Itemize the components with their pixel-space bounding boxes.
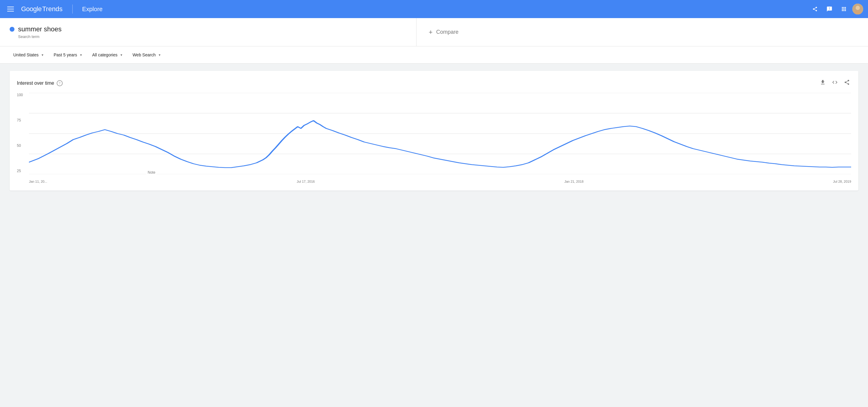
time-filter[interactable]: Past 5 years ▼ [50,50,86,60]
search-type-filter-arrow: ▼ [158,53,161,57]
card-header: Interest over time ? [17,78,851,88]
time-filter-label: Past 5 years [54,53,77,57]
term-color-dot [10,27,14,32]
feedback-icon[interactable] [824,3,835,15]
x-label-3: Jan 21, 2018 [564,180,584,183]
search-term-row: summer shoes [10,25,407,33]
google-trends-logo: Google Trends [21,5,63,13]
logo-trends-text: Trends [42,5,63,13]
y-label-25: 25 [17,169,27,173]
x-label-2: Jul 17, 2016 [297,180,315,183]
filter-bar: United States ▼ Past 5 years ▼ All categ… [0,46,868,64]
search-term-text: summer shoes [18,25,61,33]
category-filter-arrow: ▼ [120,53,123,57]
chart-container: 100 75 50 25 Note Jan 11, 20... [17,93,851,183]
help-icon[interactable]: ? [57,80,63,86]
share-chart-icon[interactable] [843,78,851,88]
region-filter[interactable]: United States ▼ [10,50,48,60]
region-filter-label: United States [13,53,38,57]
app-header: Google Trends Explore [0,0,868,18]
apps-icon[interactable] [838,3,850,15]
search-type-filter-label: Web Search [133,53,156,57]
header-divider [72,4,73,13]
search-area: summer shoes Search term + Compare [0,18,868,46]
card-title: Interest over time [17,81,54,86]
y-axis-labels: 100 75 50 25 [17,93,27,174]
card-title-row: Interest over time ? [17,80,63,86]
chart-svg [29,93,851,174]
search-type-filter[interactable]: Web Search ▼ [129,50,165,60]
logo-google-text: Google [21,5,41,13]
compare-box[interactable]: + Compare [416,18,868,46]
card-actions [818,78,851,88]
search-term-box[interactable]: summer shoes Search term [0,18,416,46]
user-avatar[interactable] [852,4,863,14]
main-content: Interest over time ? [0,64,868,198]
y-label-100: 100 [17,93,27,97]
svg-point-1 [856,6,860,10]
compare-label: Compare [436,29,458,35]
time-filter-arrow: ▼ [80,53,83,57]
search-term-type: Search term [18,34,407,39]
header-left: Google Trends Explore [5,4,102,14]
category-filter[interactable]: All categories ▼ [89,50,127,60]
compare-plus-icon: + [429,28,433,36]
y-label-50: 50 [17,144,27,148]
x-axis-labels: Jan 11, 20... Jul 17, 2016 Jan 21, 2018 … [29,180,851,183]
y-label-75: 75 [17,118,27,122]
chart-note: Note [147,170,156,175]
x-label-4: Jul 28, 2019 [833,180,851,183]
download-icon[interactable] [818,78,827,88]
interest-over-time-card: Interest over time ? [10,71,858,191]
explore-title: Explore [82,6,103,13]
header-right [809,3,863,15]
x-label-1: Jan 11, 20... [29,180,47,183]
category-filter-label: All categories [92,53,118,57]
share-icon[interactable] [809,3,821,15]
hamburger-menu[interactable] [5,4,16,14]
region-filter-arrow: ▼ [41,53,44,57]
embed-icon[interactable] [831,78,839,88]
